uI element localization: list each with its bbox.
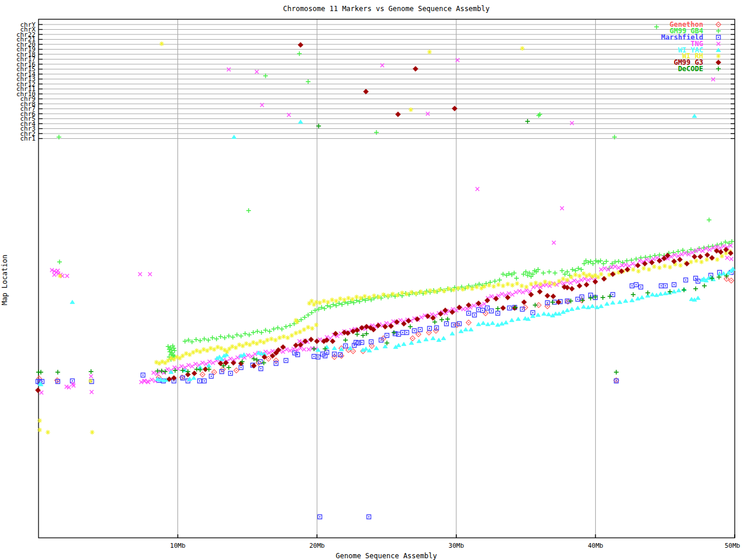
plot-frame (39, 19, 735, 538)
series-gm99-gb4 (57, 24, 734, 362)
x-tick-label-50Mb: 50Mb (725, 542, 741, 550)
axis-tick-labels: chrYchrXchr22chr21chr20chr19chr18chr17ch… (16, 21, 740, 550)
x-tick-label-30Mb: 30Mb (449, 542, 465, 550)
x-tick-label-40Mb: 40Mb (588, 542, 603, 550)
legend: GenethonGM99 GB4MarshfieldTNGWI YACWI RH… (661, 20, 721, 73)
series-decode (36, 119, 729, 374)
x-axis-label: Genome Sequence Assembly (336, 552, 437, 560)
row-label-chr1: chr1 (20, 135, 36, 142)
gridlines (178, 19, 596, 538)
scatter-plot-canvas: Chromosome 11 Markers vs Genome Sequence… (0, 0, 747, 560)
series-wi-rh (37, 41, 732, 435)
chromosome-track-lines (39, 24, 735, 139)
series-marshfield (36, 271, 734, 519)
legend-label: DeCODE (678, 65, 703, 73)
chromosome-marker-plot: Chromosome 11 Markers vs Genome Sequence… (0, 0, 747, 560)
x-tick-label-10Mb: 10Mb (170, 542, 186, 550)
plot-border (39, 19, 735, 538)
x-tick-label-20Mb: 20Mb (309, 542, 325, 550)
y-axis-label: Map Location (1, 255, 9, 306)
chart-title: Chromosome 11 Markers vs Genome Sequence… (283, 5, 490, 13)
